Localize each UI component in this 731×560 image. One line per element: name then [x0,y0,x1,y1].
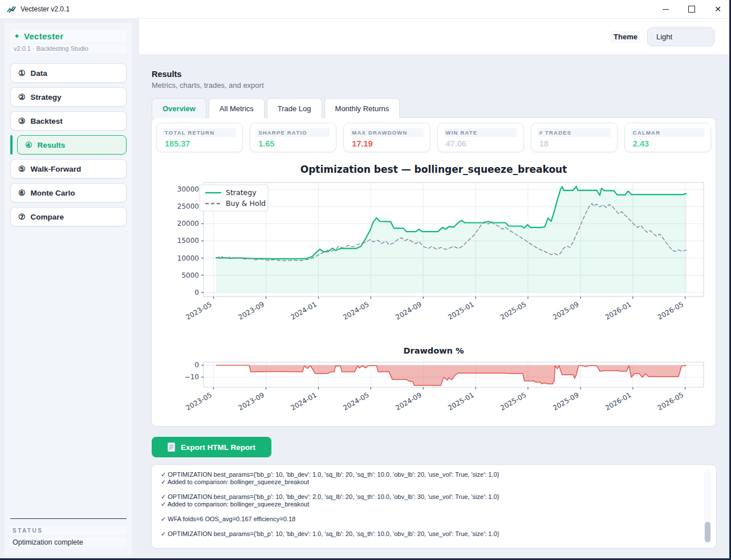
main-header: Theme Light [139,19,729,54]
metric-label: MAX DRAWDOWN [350,128,423,137]
sidebar-item-monte-carlo: ⑥ Monte Carlo [10,183,127,202]
equity-chart: 0500010000150002000025000300002023-05202… [155,175,713,335]
svg-text:2026-01: 2026-01 [604,300,632,321]
close-button[interactable]: ✕ [705,0,731,18]
svg-text:2026-05: 2026-05 [656,391,685,412]
tabs: Overview All Metrics Trade Log Monthly R… [152,98,400,118]
theme-select[interactable]: Light [647,27,714,46]
document-icon [168,443,175,452]
log-line [161,508,697,516]
drawdown-chart: 0−102023-052023-092024-012024-052024-092… [155,359,713,428]
nav-button[interactable]: ② Strategy [10,87,127,107]
nav-label: Walk-Forward [31,165,82,173]
metric-value: 185.37 [163,139,236,148]
nav-button[interactable]: ③ Backtest [10,111,127,131]
sidebar-item-data: ① Data [10,63,127,83]
nav-label: Data [31,69,47,78]
step-number-icon: ② [18,92,26,102]
maximize-button[interactable] [679,0,705,18]
export-html-report-button[interactable]: Export HTML Report [152,437,271,457]
metric-label: CALMAR [631,128,704,137]
svg-text:30000: 30000 [177,185,199,193]
tab-label: Overview [163,104,196,113]
tab-label: All Metrics [220,104,254,113]
svg-text:2025-01: 2025-01 [446,391,475,412]
svg-text:2025-09: 2025-09 [551,300,580,321]
app-logo-icon [7,5,16,13]
metric-card-sharpe-ratio: SHARPE RATIO 1.65 [250,123,336,152]
status-text: Optimization complete [10,537,127,547]
nav-button[interactable]: ① Data [10,63,127,83]
nav-button[interactable]: ④ Results [17,135,127,155]
sidebar-nav: ① Data ② Strategy ③ Backtest [10,63,127,231]
log-output[interactable]: ✓ OPTIMIZATION best_params={'bb_p': 10, … [161,471,697,543]
svg-text:15000: 15000 [177,237,199,245]
tab-monthly-returns[interactable]: Monthly Returns [324,98,400,118]
svg-text:2024-05: 2024-05 [342,391,370,412]
log-line [161,523,697,530]
svg-text:2024-01: 2024-01 [289,391,318,412]
svg-text:Buy & Hold: Buy & Hold [226,199,266,208]
svg-text:10000: 10000 [177,254,199,262]
tab-trade-log[interactable]: Trade Log [267,98,322,118]
tab-all-metrics[interactable]: All Metrics [209,98,265,118]
svg-text:2025-05: 2025-05 [499,391,527,412]
log-line: ✓ OPTIMIZATION best_params={'bb_p': 10, … [161,471,697,478]
svg-text:2024-09: 2024-09 [394,300,423,321]
svg-text:2024-01: 2024-01 [289,300,318,321]
nav-button[interactable]: ⑥ Monte Carlo [10,183,127,202]
page-subtitle: Metrics, charts, trades, and export [152,81,264,90]
log-panel: ✓ OPTIMIZATION best_params={'bb_p': 10, … [151,464,717,549]
nav-label: Backtest [31,117,63,125]
metric-value: 2.43 [631,139,704,148]
tab-overview[interactable]: Overview [152,98,206,118]
nav-button[interactable]: ⑤ Walk-Forward [10,159,127,178]
nav-label: Strategy [31,93,62,102]
svg-text:0: 0 [194,361,199,369]
svg-text:5000: 5000 [181,271,199,279]
brand-name: Vectester [24,31,63,41]
tab-label: Trade Log [278,104,311,113]
sidebar-item-results: ④ Results [10,135,127,155]
minimize-icon [663,9,669,10]
nav-button[interactable]: ⑦ Compare [10,207,127,226]
minimize-button[interactable] [652,0,679,18]
log-line [161,486,697,493]
equity-chart-title: Optimization best — bollinger_squeeze_br… [152,164,716,175]
theme-select-value: Light [656,33,672,41]
svg-text:Strategy: Strategy [226,188,257,197]
brand-sparkle-icon: ✦ [14,32,20,40]
window-title: Vectester v2.0.1 [21,5,70,13]
metric-value: 17.19 [350,139,423,148]
results-panel: TOTAL RETURN 185.37 SHARPE RATIO 1.65 MA… [151,117,716,427]
svg-text:2023-09: 2023-09 [237,391,266,412]
metric-value: 1.65 [257,139,330,148]
svg-text:2024-05: 2024-05 [342,300,370,321]
log-scrollbar[interactable] [704,469,711,543]
log-line: ✓ OPTIMIZATION best_params={'bb_p': 10, … [161,530,697,538]
maximize-icon [688,6,695,13]
log-line: ✓ WFA folds=6 OOS_avg=0.167 efficiency=0… [161,516,697,523]
active-accent-bar [10,135,13,155]
sidebar-item-backtest: ③ Backtest [10,111,127,131]
log-scrollbar-thumb[interactable] [705,522,710,542]
window-controls: ✕ [652,0,731,18]
log-line: ✓ OPTIMIZATION best_params={'bb_p': 10, … [161,493,697,501]
metric-cards: TOTAL RETURN 185.37 SHARPE RATIO 1.65 MA… [156,123,711,152]
svg-text:2026-05: 2026-05 [656,300,685,321]
app-window: { "titlebar": { "title": "Vectester v2.0… [0,0,731,560]
page-title: Results [152,70,181,79]
titlebar: Vectester v2.0.1 ✕ [0,0,731,19]
metric-label: WIN RATE [444,128,517,137]
log-line: ✓ Added to comparison: bollinger_squeeze… [161,501,697,508]
export-button-label: Export HTML Report [181,443,255,452]
metric-label: # TRADES [538,128,611,137]
svg-text:2026-01: 2026-01 [604,391,632,412]
status-divider [10,518,127,519]
theme-label: Theme [611,31,640,43]
svg-text:2023-05: 2023-05 [184,300,213,321]
metric-card-trades: # TRADES 18 [531,123,618,152]
tab-label: Monthly Returns [335,104,389,113]
step-number-icon: ④ [25,140,33,149]
svg-text:2025-01: 2025-01 [446,300,475,321]
